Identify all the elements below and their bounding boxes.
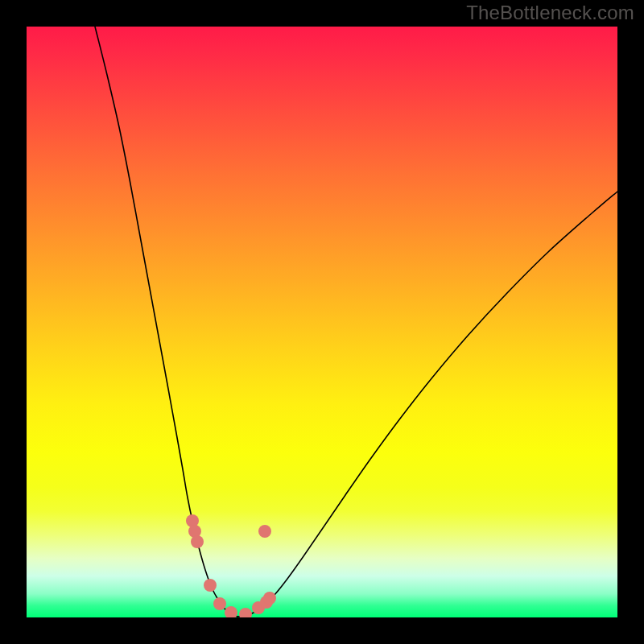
chart-container: TheBottleneck.com	[0, 0, 644, 644]
marker-dot	[263, 592, 276, 605]
marker-dot	[239, 608, 252, 617]
plot-area	[27, 27, 617, 617]
marker-dot	[204, 579, 217, 592]
curves-svg	[27, 27, 617, 617]
watermark-text: TheBottleneck.com	[466, 2, 634, 24]
curve-paths	[95, 27, 617, 617]
marker-dot	[258, 525, 271, 538]
right-curve	[237, 192, 617, 617]
marker-dot	[191, 535, 204, 548]
marker-dot	[213, 597, 226, 610]
left-curve	[95, 27, 237, 617]
marker-dot	[225, 606, 237, 617]
scatter-markers	[186, 514, 276, 617]
